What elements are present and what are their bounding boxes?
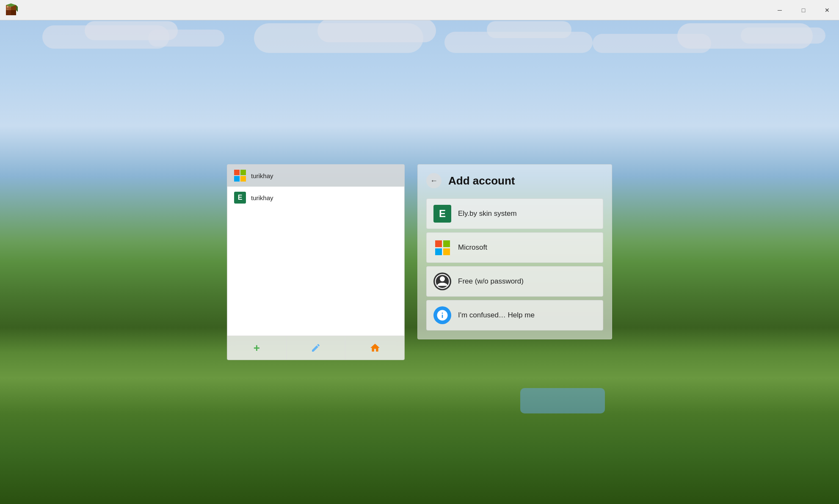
titlebar: ─ □ ✕ (0, 0, 839, 20)
list-item[interactable]: I'm confused… Help me (426, 300, 603, 330)
list-item[interactable]: E turikhay (227, 187, 404, 209)
microsoft-icon (234, 170, 246, 182)
back-arrow-icon: ← (430, 176, 438, 185)
svg-rect-3 (6, 10, 11, 15)
edit-account-button[interactable] (287, 336, 346, 360)
close-button[interactable]: ✕ (815, 0, 839, 20)
add-account-header: ← Add account (426, 173, 603, 188)
provider-list: E Ely.by skin system Microsoft (426, 198, 603, 330)
ely-provider-icon: E (433, 205, 451, 223)
ms-red (435, 240, 442, 247)
add-account-button[interactable]: + (227, 336, 287, 360)
provider-label: Free (w/o password) (458, 277, 524, 286)
add-account-panel: ← Add account E Ely.by skin system (417, 164, 612, 339)
svg-point-10 (440, 276, 445, 281)
home-icon (370, 342, 381, 353)
ms-green (443, 240, 450, 247)
titlebar-left (0, 3, 18, 17)
svg-rect-7 (7, 8, 8, 10)
person-icon (435, 274, 450, 289)
provider-label: Microsoft (458, 243, 487, 252)
ms-yellow (443, 248, 450, 255)
account-panel: turikhay E turikhay + (227, 164, 405, 360)
svg-rect-4 (11, 10, 16, 15)
minimize-button[interactable]: ─ (768, 0, 792, 20)
info-icon (436, 309, 449, 322)
free-provider-icon (433, 273, 451, 290)
ms-quad-green (240, 170, 246, 175)
home-button[interactable] (345, 336, 404, 360)
provider-label: Ely.by skin system (458, 209, 517, 218)
panels: turikhay E turikhay + (227, 164, 612, 360)
maximize-button[interactable]: □ (792, 0, 815, 20)
ms-quad-yellow (240, 176, 246, 182)
list-item[interactable]: E Ely.by skin system (426, 198, 603, 229)
list-item[interactable]: turikhay (227, 165, 404, 187)
account-list-body (227, 209, 404, 336)
back-button[interactable]: ← (426, 173, 442, 188)
edit-icon (311, 343, 321, 353)
microsoft-provider-icon (433, 239, 451, 256)
svg-rect-5 (7, 6, 8, 8)
ely-letter: E (439, 208, 446, 220)
svg-marker-9 (16, 5, 18, 12)
list-item[interactable]: Free (w/o password) (426, 266, 603, 297)
help-provider-icon (433, 306, 451, 324)
add-account-title: Add account (448, 174, 515, 187)
app-icon (4, 3, 18, 17)
ms-quad-red (234, 170, 240, 175)
ms-quad-blue (234, 176, 240, 182)
account-username: turikhay (251, 172, 273, 179)
provider-label: I'm confused… Help me (458, 311, 535, 319)
list-item[interactable]: Microsoft (426, 232, 603, 263)
main-content: turikhay E turikhay + (0, 20, 839, 504)
account-username: turikhay (251, 194, 273, 201)
account-toolbar: + (227, 336, 404, 360)
ely-icon-small: E (234, 192, 246, 204)
titlebar-controls: ─ □ ✕ (768, 0, 839, 20)
account-list: turikhay E turikhay (227, 165, 404, 209)
ms-blue (435, 248, 442, 255)
